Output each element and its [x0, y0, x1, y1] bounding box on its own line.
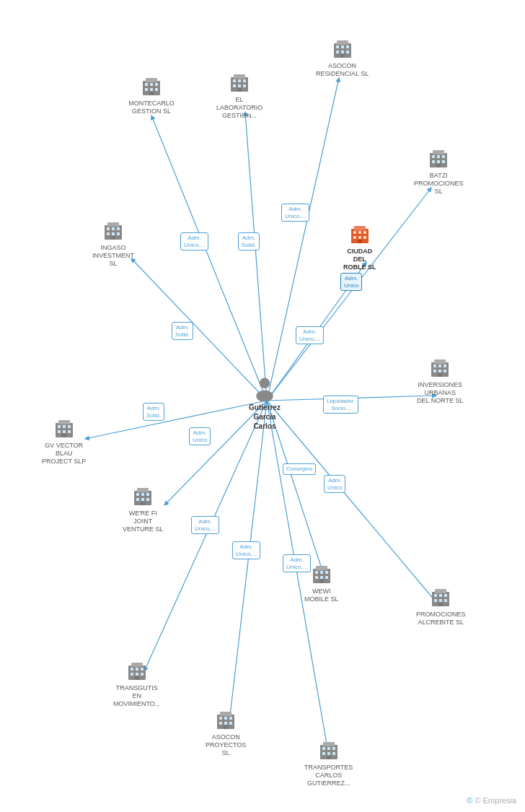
- role-badge-r7[interactable]: Liquidador.Socio...: [323, 396, 358, 414]
- node-transportes[interactable]: TRANSPORTESCARLOSGUTIERREZ...: [304, 736, 353, 787]
- svg-rect-47: [437, 160, 440, 163]
- svg-rect-71: [438, 364, 441, 367]
- svg-rect-15: [146, 78, 157, 82]
- svg-rect-78: [58, 420, 70, 424]
- svg-rect-60: [354, 226, 366, 230]
- svg-rect-20: [150, 88, 153, 91]
- role-badge-r8[interactable]: Adm.Solid.: [143, 403, 164, 421]
- svg-rect-119: [136, 673, 138, 676]
- role-badge-r13[interactable]: Adm.Unico,...: [232, 541, 260, 559]
- center-node[interactable]: GutierrezGarciaCarlos: [249, 375, 281, 431]
- svg-rect-21: [155, 88, 158, 91]
- role-badge-r6[interactable]: Adm.Unico,...: [296, 326, 324, 344]
- svg-rect-66: [363, 236, 366, 239]
- role-badge-r11[interactable]: Adm.Unico: [324, 475, 345, 493]
- role-badge-r4[interactable]: Adm.Unico: [340, 273, 362, 291]
- svg-line-12: [229, 401, 267, 722]
- svg-rect-61: [353, 231, 356, 234]
- svg-rect-138: [332, 752, 335, 755]
- role-badge-r1[interactable]: Adm.Unico,...: [180, 232, 208, 250]
- svg-rect-74: [438, 370, 441, 372]
- svg-rect-67: [358, 240, 362, 243]
- svg-rect-116: [136, 668, 138, 671]
- role-badge-r10[interactable]: Consejero: [283, 463, 316, 475]
- node-label-promociones: PROMOCIONESALCREBITE SL: [416, 611, 466, 627]
- svg-rect-43: [432, 155, 435, 158]
- svg-rect-109: [434, 599, 437, 602]
- building-icon: [226, 69, 252, 95]
- svg-rect-22: [149, 92, 154, 95]
- svg-rect-46: [432, 160, 435, 163]
- svg-rect-93: [146, 498, 149, 501]
- building-icon: [124, 657, 150, 683]
- node-transgutis[interactable]: TRANSGUTISENMOVIMIENTO...: [113, 657, 160, 707]
- svg-rect-65: [358, 236, 361, 239]
- node-label-asocon-res: ASOCONRESIDENCIAL SL: [316, 62, 369, 78]
- node-were-fi[interactable]: WE'RE FIJOINTVENTURE SL: [123, 482, 164, 533]
- svg-rect-31: [237, 88, 242, 92]
- node-label-laboratorio: ELLABORATORIOGESTION...: [216, 96, 262, 119]
- svg-rect-17: [150, 83, 153, 86]
- svg-rect-16: [145, 83, 148, 86]
- svg-rect-111: [444, 599, 447, 602]
- svg-rect-134: [327, 747, 330, 750]
- svg-rect-44: [437, 155, 440, 158]
- role-badge-r5[interactable]: Adm.Solid.: [172, 322, 193, 340]
- svg-rect-88: [136, 493, 139, 496]
- svg-rect-124: [219, 717, 222, 720]
- node-label-transgutis: TRANSGUTISENMOVIMIENTO...: [113, 684, 160, 707]
- building-icon: [330, 35, 356, 61]
- node-batzi[interactable]: BATZIPROMOCIONESSL: [414, 144, 464, 195]
- role-badge-r14[interactable]: Adm.Unico,...: [283, 554, 311, 572]
- svg-rect-34: [336, 45, 339, 48]
- svg-rect-69: [434, 359, 446, 364]
- svg-rect-89: [141, 493, 144, 496]
- node-inversiones[interactable]: INVERSIONESURBANASDEL NORTE SL: [417, 354, 464, 404]
- node-label-wewi: WEWIMOBILE SL: [304, 588, 339, 603]
- svg-rect-27: [243, 79, 246, 82]
- svg-rect-40: [340, 54, 345, 58]
- svg-rect-58: [111, 236, 115, 240]
- role-badge-r12[interactable]: Adm.Unico,...: [191, 516, 219, 534]
- svg-rect-117: [141, 668, 144, 671]
- building-icon: [316, 736, 342, 762]
- node-ciudad-roble[interactable]: CIUDADDELROBLE SL: [343, 220, 376, 271]
- role-badge-r3[interactable]: Adm.Unico,...: [281, 204, 309, 222]
- node-montecarlo[interactable]: MONTECARLO GESTION SL: [123, 72, 180, 115]
- building-icon: [428, 583, 454, 609]
- role-badge-r2[interactable]: Adm.Solid.: [238, 232, 260, 250]
- node-gv-vector[interactable]: GV VECTORBLAUPROJECT SLP: [42, 414, 86, 465]
- svg-rect-37: [336, 51, 339, 53]
- svg-rect-76: [438, 373, 442, 377]
- svg-rect-45: [442, 155, 445, 158]
- svg-rect-24: [234, 74, 245, 79]
- svg-rect-51: [107, 222, 119, 227]
- svg-rect-36: [346, 45, 349, 48]
- svg-rect-33: [337, 40, 348, 45]
- person-icon: [252, 375, 278, 403]
- svg-rect-49: [436, 164, 441, 167]
- svg-rect-81: [68, 425, 71, 428]
- svg-rect-94: [141, 502, 145, 505]
- svg-rect-110: [439, 599, 442, 602]
- node-laboratorio[interactable]: ELLABORATORIOGESTION...: [216, 69, 262, 119]
- building-icon: [138, 72, 164, 98]
- watermark-text: © Empresia: [475, 796, 516, 805]
- svg-line-7: [85, 401, 267, 439]
- svg-rect-129: [229, 722, 232, 725]
- svg-line-4: [131, 258, 267, 401]
- svg-rect-52: [107, 227, 110, 230]
- svg-rect-75: [444, 370, 446, 372]
- node-ingaso[interactable]: INGASOINVESTMENTSL: [92, 217, 134, 267]
- svg-rect-57: [117, 232, 120, 235]
- node-asocon-res[interactable]: ASOCONRESIDENCIAL SL: [316, 35, 369, 78]
- node-asocon-proy[interactable]: ASOCONPROYECTOSSL: [206, 706, 246, 756]
- svg-rect-53: [112, 227, 115, 230]
- node-label-ingaso: INGASOINVESTMENTSL: [92, 244, 134, 267]
- svg-rect-82: [58, 430, 61, 433]
- svg-rect-39: [346, 51, 349, 53]
- svg-rect-105: [435, 589, 446, 593]
- role-badge-r9[interactable]: Adm.Unico: [189, 427, 211, 445]
- node-promociones[interactable]: PROMOCIONESALCREBITE SL: [416, 583, 466, 627]
- svg-rect-90: [146, 493, 149, 496]
